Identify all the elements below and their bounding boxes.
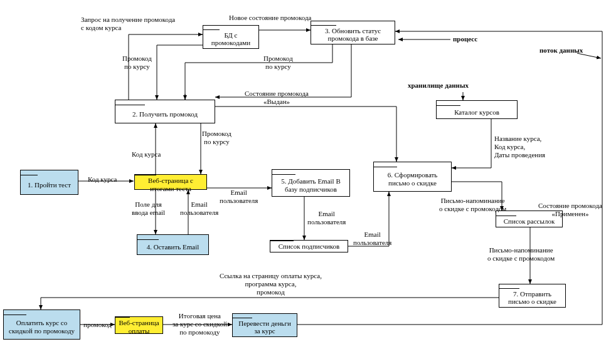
edge-final-price: Итоговая цена за курс со скидкой по пром… — [173, 312, 227, 337]
legend-datastore: хранилище данных — [408, 81, 469, 90]
node-4-leave-email: 4. Оставить Email — [137, 234, 209, 255]
node-6-form-letter: 6. Сформировать письмо о скидке — [373, 162, 452, 192]
edge-promo-course-1: Промокод по курсу — [122, 55, 152, 71]
edge-request-promo: Запрос на получение промокода с кодом ку… — [81, 16, 175, 32]
legend-dataflow: поток данных — [539, 46, 583, 55]
edge-email-user-2: Email пользователя — [220, 189, 258, 205]
diagram-canvas: 1. Пройти тест 2. Получить промокод 3. О… — [0, 0, 611, 364]
node-pay-course: Оплатить курс со скидкой по промокоду — [3, 309, 80, 340]
node-label: БД с промокодами — [206, 31, 256, 47]
datastore-db-promos: БД с промокодами — [203, 25, 259, 49]
edge-link-program: Ссылка на страницу оплаты курса, програм… — [220, 272, 322, 297]
edge-course-info: Название курса, Код курса, Даты проведен… — [494, 135, 545, 160]
node-2-get-promo: 2. Получить промокод — [115, 100, 215, 123]
node-label: Список рассылок — [504, 217, 555, 226]
node-label: 7. Отправить письмо о скидке — [502, 290, 563, 306]
node-label: Список подписчиков — [279, 242, 340, 251]
legend-process: процесс — [453, 35, 477, 43]
edge-state-applied: Состояние промокода «Применен» — [538, 202, 602, 218]
node-transfer-money: Перевести деньги за курс — [232, 313, 297, 337]
node-label: Веб-страница оплаты — [118, 319, 160, 335]
edge-new-state: Новое состояние промокода — [229, 14, 311, 22]
edge-letter-reminder-1: Письмо-напоминание о скидке с промокодом — [439, 197, 506, 213]
datastore-catalog: Каталог курсов — [436, 100, 518, 119]
node-label: 5. Добавить Email В базу подписчиков — [275, 177, 347, 193]
edge-email-user-1: Email пользователя — [180, 200, 218, 217]
node-label: 4. Оставить Email — [147, 243, 199, 251]
node-label: Веб-страница с итогами теста — [137, 177, 204, 192]
node-3-update-status: 3. Обновить статус промокода в базе — [311, 21, 395, 44]
datastore-subscribers: Список подписчиков — [270, 240, 348, 252]
edge-promo-course-3: Промокод по курсу — [263, 55, 293, 71]
edge-email-field: Поле для ввода email — [132, 200, 165, 217]
node-1-take-test: 1. Пройти тест — [20, 170, 78, 195]
node-label: 6. Сформировать письмо о скидке — [376, 171, 449, 187]
node-label: 3. Обновить статус промокода в базе — [314, 27, 392, 43]
node-7-send-letter: 7. Отправить письмо о скидке — [499, 284, 566, 308]
edge-email-user-4: Email пользователя — [353, 231, 391, 247]
node-label: Перевести деньги за курс — [235, 320, 294, 335]
edge-state-issued: Состояние промокода «Выдан» — [245, 90, 309, 106]
edge-promo-course-2: Промокод по курсу — [202, 130, 231, 146]
edge-email-user-3: Email пользователя — [307, 210, 346, 226]
node-label: 2. Получить промокод — [132, 110, 198, 118]
edge-course-code-2: Код курса — [88, 175, 117, 184]
node-label: Каталог курсов — [454, 108, 499, 117]
page-pay: Веб-страница оплаты — [115, 316, 163, 334]
node-label: 1. Пройти тест — [28, 181, 71, 189]
edge-promocode: промокод — [83, 321, 112, 329]
edge-letter-reminder-2: Письмо-напоминание о скидке с промокодом — [487, 246, 555, 263]
page-results: Веб-страница с итогами теста — [134, 174, 207, 190]
node-label: Оплатить курс со скидкой по промокоду — [6, 319, 77, 335]
node-5-add-email: 5. Добавить Email В базу подписчиков — [272, 169, 350, 197]
edge-course-code-1: Код курса — [132, 150, 161, 159]
